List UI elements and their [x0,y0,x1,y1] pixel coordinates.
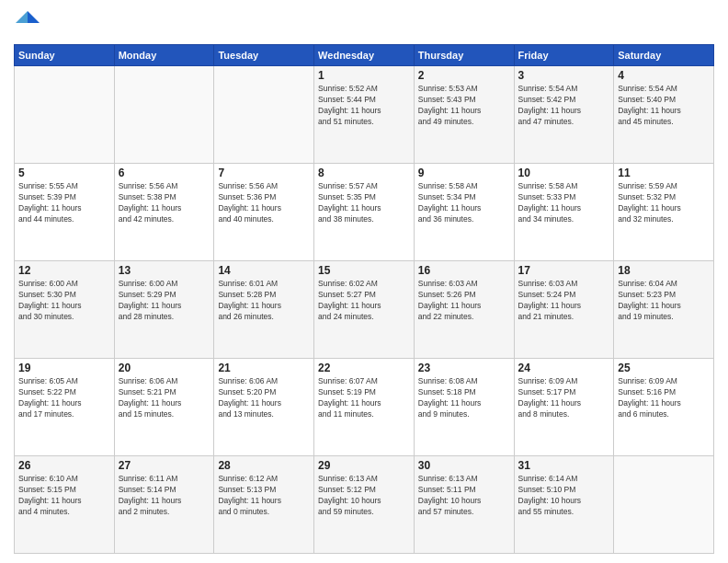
calendar-week-3: 12Sunrise: 6:00 AM Sunset: 5:30 PM Dayli… [15,261,714,359]
day-number: 9 [418,167,510,179]
calendar-cell: 26Sunrise: 6:10 AM Sunset: 5:15 PM Dayli… [15,456,115,554]
svg-rect-3 [14,23,41,35]
cell-info: Sunrise: 6:10 AM Sunset: 5:15 PM Dayligh… [18,474,110,518]
cell-info: Sunrise: 5:53 AM Sunset: 5:43 PM Dayligh… [418,84,510,128]
cell-info: Sunrise: 6:01 AM Sunset: 5:28 PM Dayligh… [218,279,310,323]
weekday-header-sunday: Sunday [15,45,115,66]
day-number: 24 [518,362,610,374]
cell-info: Sunrise: 6:13 AM Sunset: 5:11 PM Dayligh… [418,474,510,518]
weekday-header-wednesday: Wednesday [314,45,415,66]
day-number: 19 [18,362,110,374]
calendar-cell [15,66,115,164]
cell-info: Sunrise: 6:05 AM Sunset: 5:22 PM Dayligh… [18,376,110,420]
cell-info: Sunrise: 6:02 AM Sunset: 5:27 PM Dayligh… [318,279,410,323]
cell-info: Sunrise: 5:59 AM Sunset: 5:32 PM Dayligh… [618,181,710,225]
cell-info: Sunrise: 5:58 AM Sunset: 5:34 PM Dayligh… [418,181,510,225]
cell-info: Sunrise: 6:03 AM Sunset: 5:24 PM Dayligh… [518,279,610,323]
cell-info: Sunrise: 5:58 AM Sunset: 5:33 PM Dayligh… [518,181,610,225]
calendar-cell: 13Sunrise: 6:00 AM Sunset: 5:29 PM Dayli… [114,261,214,359]
day-number: 22 [318,362,410,374]
calendar-cell: 6Sunrise: 5:56 AM Sunset: 5:38 PM Daylig… [114,164,214,261]
day-number: 1 [318,69,410,82]
cell-info: Sunrise: 6:09 AM Sunset: 5:16 PM Dayligh… [618,376,710,420]
day-number: 8 [318,167,410,179]
cell-info: Sunrise: 5:55 AM Sunset: 5:39 PM Dayligh… [18,181,110,225]
day-number: 31 [518,459,610,472]
cell-info: Sunrise: 5:56 AM Sunset: 5:38 PM Dayligh… [119,181,210,225]
calendar-header: SundayMondayTuesdayWednesdayThursdayFrid… [15,45,714,66]
calendar-cell: 29Sunrise: 6:13 AM Sunset: 5:12 PM Dayli… [314,456,415,554]
cell-info: Sunrise: 5:56 AM Sunset: 5:36 PM Dayligh… [218,181,310,225]
cell-info: Sunrise: 6:12 AM Sunset: 5:13 PM Dayligh… [218,474,310,518]
calendar-cell [214,66,314,164]
calendar-cell: 11Sunrise: 5:59 AM Sunset: 5:32 PM Dayli… [614,164,714,261]
calendar-week-4: 19Sunrise: 6:05 AM Sunset: 5:22 PM Dayli… [15,359,714,456]
weekday-header-tuesday: Tuesday [214,45,314,66]
cell-info: Sunrise: 6:07 AM Sunset: 5:19 PM Dayligh… [318,376,410,420]
calendar-cell: 24Sunrise: 6:09 AM Sunset: 5:17 PM Dayli… [514,359,614,456]
day-number: 17 [518,264,610,277]
weekday-header-thursday: Thursday [414,45,514,66]
calendar-cell [114,66,214,164]
day-number: 5 [18,167,110,179]
day-number: 4 [618,69,710,82]
day-number: 12 [18,264,110,277]
day-number: 11 [618,167,710,179]
day-number: 14 [218,264,310,277]
cell-info: Sunrise: 6:14 AM Sunset: 5:10 PM Dayligh… [518,474,610,518]
day-number: 15 [318,264,410,277]
day-number: 27 [119,459,210,472]
cell-info: Sunrise: 6:00 AM Sunset: 5:30 PM Dayligh… [18,279,110,323]
day-number: 26 [18,459,110,472]
cell-info: Sunrise: 6:08 AM Sunset: 5:18 PM Dayligh… [418,376,510,420]
cell-info: Sunrise: 6:06 AM Sunset: 5:21 PM Dayligh… [119,376,210,420]
day-number: 13 [119,264,210,277]
calendar-table: SundayMondayTuesdayWednesdayThursdayFrid… [14,44,714,554]
cell-info: Sunrise: 6:04 AM Sunset: 5:23 PM Dayligh… [618,279,710,323]
logo [14,9,43,37]
day-number: 21 [218,362,310,374]
calendar-cell: 20Sunrise: 6:06 AM Sunset: 5:21 PM Dayli… [114,359,214,456]
weekday-header-monday: Monday [114,45,214,66]
calendar-body: 1Sunrise: 5:52 AM Sunset: 5:44 PM Daylig… [15,66,714,554]
cell-info: Sunrise: 5:52 AM Sunset: 5:44 PM Dayligh… [318,84,410,128]
cell-info: Sunrise: 6:00 AM Sunset: 5:29 PM Dayligh… [119,279,210,323]
calendar-cell: 14Sunrise: 6:01 AM Sunset: 5:28 PM Dayli… [214,261,314,359]
calendar-cell: 27Sunrise: 6:11 AM Sunset: 5:14 PM Dayli… [114,456,214,554]
day-number: 29 [318,459,410,472]
calendar-week-2: 5Sunrise: 5:55 AM Sunset: 5:39 PM Daylig… [15,164,714,261]
calendar-cell: 19Sunrise: 6:05 AM Sunset: 5:22 PM Dayli… [15,359,115,456]
calendar-cell: 15Sunrise: 6:02 AM Sunset: 5:27 PM Dayli… [314,261,415,359]
calendar-cell: 18Sunrise: 6:04 AM Sunset: 5:23 PM Dayli… [614,261,714,359]
header [14,9,714,37]
calendar-cell: 3Sunrise: 5:54 AM Sunset: 5:42 PM Daylig… [514,66,614,164]
calendar-cell: 5Sunrise: 5:55 AM Sunset: 5:39 PM Daylig… [15,164,115,261]
calendar-week-5: 26Sunrise: 6:10 AM Sunset: 5:15 PM Dayli… [15,456,714,554]
calendar-cell: 8Sunrise: 5:57 AM Sunset: 5:35 PM Daylig… [314,164,415,261]
day-number: 23 [418,362,510,374]
calendar-cell: 16Sunrise: 6:03 AM Sunset: 5:26 PM Dayli… [414,261,514,359]
weekday-header-friday: Friday [514,45,614,66]
day-number: 10 [518,167,610,179]
day-number: 6 [119,167,210,179]
calendar-cell: 23Sunrise: 6:08 AM Sunset: 5:18 PM Dayli… [414,359,514,456]
calendar-cell: 17Sunrise: 6:03 AM Sunset: 5:24 PM Dayli… [514,261,614,359]
cell-info: Sunrise: 6:03 AM Sunset: 5:26 PM Dayligh… [418,279,510,323]
cell-info: Sunrise: 6:06 AM Sunset: 5:20 PM Dayligh… [218,376,310,420]
logo-icon [14,9,41,37]
calendar-cell: 31Sunrise: 6:14 AM Sunset: 5:10 PM Dayli… [514,456,614,554]
calendar-cell: 7Sunrise: 5:56 AM Sunset: 5:36 PM Daylig… [214,164,314,261]
day-number: 28 [218,459,310,472]
day-number: 20 [119,362,210,374]
calendar-cell: 21Sunrise: 6:06 AM Sunset: 5:20 PM Dayli… [214,359,314,456]
cell-info: Sunrise: 5:54 AM Sunset: 5:42 PM Dayligh… [518,84,610,128]
cell-info: Sunrise: 5:54 AM Sunset: 5:40 PM Dayligh… [618,84,710,128]
calendar-cell: 28Sunrise: 6:12 AM Sunset: 5:13 PM Dayli… [214,456,314,554]
calendar-cell: 10Sunrise: 5:58 AM Sunset: 5:33 PM Dayli… [514,164,614,261]
day-number: 2 [418,69,510,82]
calendar-cell: 1Sunrise: 5:52 AM Sunset: 5:44 PM Daylig… [314,66,415,164]
cell-info: Sunrise: 6:13 AM Sunset: 5:12 PM Dayligh… [318,474,410,518]
cell-info: Sunrise: 6:11 AM Sunset: 5:14 PM Dayligh… [119,474,210,518]
cell-info: Sunrise: 6:09 AM Sunset: 5:17 PM Dayligh… [518,376,610,420]
day-number: 3 [518,69,610,82]
